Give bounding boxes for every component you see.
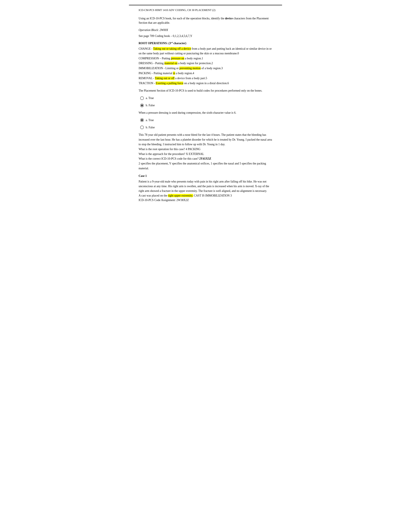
question2-statement: When a pressure dressing is used during …: [139, 110, 272, 115]
root-op-dressing-rest: a body region for protection.2: [177, 62, 213, 65]
page-reference: See page 709 Coding book – 0,1,2,3,4,5,6…: [139, 34, 272, 38]
root-operations-section: ROOT OPERATIONS: (3rd character) CHANGE …: [139, 41, 272, 86]
page-title: ICD-CM-PCS HIMT 1410 ADV CODING, CH 30 P…: [139, 9, 272, 12]
narrative-text: This 78 year old patient presents with a…: [139, 133, 272, 147]
question1-option-a[interactable]: a. True: [140, 96, 272, 100]
root-op-traction-rest: on a body region in a distal direction.6: [183, 82, 229, 85]
question2-option-b[interactable]: b. False: [140, 125, 272, 130]
root-op-compression: COMPRESSION – Putting pressure on a body…: [139, 56, 272, 61]
case1-section: Case 1 Patient is a 9-year-old male who …: [139, 174, 272, 202]
root-op-traction-sep: -: [153, 82, 156, 85]
root-op-removal-rest: a device from a body part.5: [175, 76, 207, 80]
root-op-immobilization-sep: - Limiting or: [163, 66, 179, 70]
root-ops-heading: ROOT OPERATIONS: (3rd character): [139, 41, 272, 46]
root-op-immobilization-name: IMMOBILIZATION: [139, 66, 163, 70]
narrative-line3: What is the correct ICD-10-PCS code for …: [139, 156, 272, 161]
root-op-immobilization: IMMOBILIZATION - Limiting or preventing …: [139, 66, 272, 71]
case1-narrative: Patient is a 9-year-old male who present…: [139, 180, 269, 192]
narrative-code: 2Y41X5Z: [199, 157, 211, 160]
case1-highlight-line: A cast was placed on the right upper ext…: [139, 193, 272, 198]
root-ops-heading-text: ROOT OPERATIONS: [139, 42, 167, 45]
root-op-packing: PACKING - Putting material in a body reg…: [139, 71, 272, 76]
root-op-packing-highlight: in: [173, 72, 175, 75]
root-op-dressing-name: DRESSING: [139, 62, 153, 65]
question1-radio-b[interactable]: [140, 104, 144, 107]
intro-text: Using an ICD-10-PCS book, for each of th…: [139, 16, 272, 25]
narrative-line1: What is the root operation for this case…: [139, 147, 272, 152]
root-ops-colon: : (3: [167, 42, 171, 45]
root-op-change-highlight: Taking out or taking off a device: [153, 47, 191, 50]
root-op-removal-sep: -: [152, 76, 155, 80]
root-op-removal-highlight: Taking out or off: [155, 76, 175, 80]
root-op-dressing-highlight: material on: [164, 62, 177, 65]
operation-block-value: 2W00X: [159, 28, 168, 32]
case1-highlight: right upper extremity.: [168, 194, 193, 197]
root-op-dressing: DRESSING - Putting material on a body re…: [139, 61, 272, 66]
root-op-packing-sep: - Putting material: [151, 72, 173, 75]
root-op-compression-name: COMPRESSION: [139, 57, 159, 60]
root-op-immobilization-rest: of a body region.3: [201, 66, 223, 70]
root-op-compression-rest: a body region.1: [184, 57, 203, 60]
root-op-immobilization-highlight: preventing motion: [179, 66, 201, 70]
root-op-traction: TRACTION - Exerting a pulling force on a…: [139, 81, 272, 86]
question2-option-a[interactable]: a. True: [140, 118, 272, 122]
narrative-line4: 2 specifies the placement, Y specifies t…: [139, 161, 272, 171]
narrative-block: This 78 year old patient presents with a…: [139, 133, 272, 171]
root-op-removal: REMOVAL - Taking out or off a device fro…: [139, 76, 272, 81]
root-op-compression-highlight: pressure on: [171, 57, 184, 60]
question1-radio-a[interactable]: [140, 96, 144, 100]
root-op-change-name: CHANGE: [139, 47, 151, 50]
narrative-line2: What is the approach for the procedure? …: [139, 152, 272, 157]
narrative-line3-before: What is the correct ICD-10-PCS code for …: [139, 157, 199, 160]
question1-label-a: a. True: [146, 96, 154, 100]
root-ops-superscript: rd: [171, 41, 173, 43]
root-op-packing-name: PACKING: [139, 72, 151, 75]
case1-icd-line: ICD-10-PCS Code Assignment: 2W38X2Z: [139, 198, 272, 202]
question2-radio-b[interactable]: [140, 126, 144, 129]
question2-label-a: a. True: [146, 118, 154, 122]
question1-options: a. True b. False: [140, 96, 272, 107]
root-op-traction-highlight: Exerting a pulling force: [156, 82, 183, 85]
root-op-removal-name: REMOVAL: [139, 76, 152, 80]
root-op-change-sep: -: [151, 47, 153, 50]
question2-label-b: b. False: [146, 125, 155, 130]
case1-text: Patient is a 9-year-old male who present…: [139, 179, 272, 193]
question2-radio-a[interactable]: [140, 118, 144, 122]
page-container: ICD-CM-PCS HIMT 1410 ADV CODING, CH 30 P…: [129, 0, 282, 215]
root-op-dressing-sep: - Putting: [153, 62, 164, 65]
question1-statement: The Placement Section of ICD-10-PCS is u…: [139, 88, 272, 93]
root-op-change: CHANGE - Taking out or taking off a devi…: [139, 47, 272, 56]
intro-before-bold: Using an ICD-10-PCS book, for each of th…: [139, 17, 225, 20]
operation-block-label: Operation Block: [139, 28, 158, 32]
intro-bold-word: device: [225, 17, 233, 20]
operation-block-colon: :: [158, 28, 159, 32]
root-op-compression-sep: – Putting: [159, 57, 171, 60]
case1-after-highlight: CAST IS IMMOBILIZATION 3: [193, 194, 232, 197]
operation-block: Operation Block: 2W00X: [139, 28, 272, 32]
question2-options: a. True b. False: [140, 118, 272, 130]
question1-label-b: b. False: [146, 103, 155, 107]
case1-heading: Case 1: [139, 174, 272, 178]
root-op-traction-name: TRACTION: [139, 82, 153, 85]
case1-before-highlight: A cast was placed on the: [139, 194, 168, 197]
top-border: [129, 5, 282, 5]
question1-option-b[interactable]: b. False: [140, 103, 272, 107]
root-op-packing-rest: a body region.4: [175, 72, 194, 75]
